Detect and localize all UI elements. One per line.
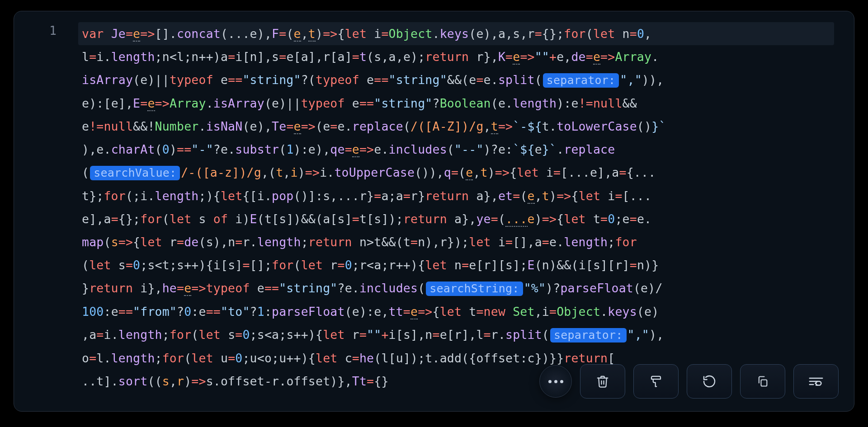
editor-toolbar (539, 364, 839, 399)
code-editor-panel: 1 var Je=e=>[].concat(...e),F=(e,t)=>{le… (14, 11, 854, 412)
delete-button[interactable] (580, 364, 625, 399)
copy-button[interactable] (740, 364, 785, 399)
wrap-icon (808, 375, 824, 387)
line-number-gutter: 1 (14, 22, 82, 38)
inlay-hint-separator: separator: (543, 73, 619, 88)
inlay-hint-searchvalue: searchValue: (90, 166, 180, 180)
ellipsis-icon (548, 380, 563, 383)
inlay-hint-searchstring: searchString: (426, 282, 523, 296)
code-content[interactable]: var Je=e=>[].concat(...e),F=(e,t)=>{let … (82, 22, 843, 393)
paintbrush-icon (649, 374, 663, 389)
inlay-hint-separator-2: separator: (550, 328, 627, 343)
trash-icon (596, 374, 609, 389)
undo-icon (702, 374, 717, 389)
copy-icon (756, 374, 769, 389)
svg-rect-0 (761, 380, 767, 386)
kw-var: var (82, 27, 104, 41)
format-button[interactable] (633, 364, 679, 399)
revert-button[interactable] (687, 364, 732, 399)
more-actions-button[interactable] (539, 365, 572, 398)
word-wrap-button[interactable] (793, 364, 839, 399)
line-number-1: 1 (49, 24, 57, 38)
